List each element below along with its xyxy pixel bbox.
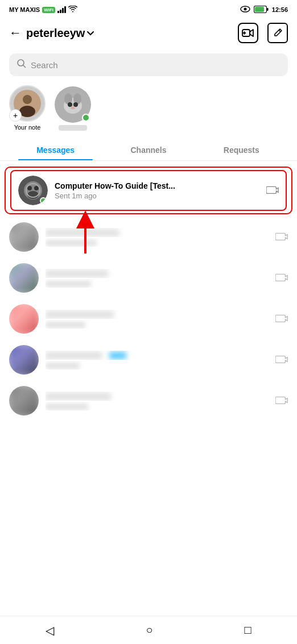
camera-icon-highlighted xyxy=(266,183,279,198)
add-note-badge: + xyxy=(9,109,22,122)
back-button[interactable]: ← xyxy=(9,26,22,40)
nav-recents-button[interactable]: □ xyxy=(240,619,255,641)
convo-info-4 xyxy=(46,310,269,329)
convo-avatar-5 xyxy=(9,345,39,375)
wifi-badge: WiFi xyxy=(42,7,55,13)
svg-point-10 xyxy=(19,106,35,117)
highlighted-convo-box: Computer How-To Guide [Test... Sent 1m a… xyxy=(5,167,292,214)
convo-sub-highlighted: Sent 1m ago xyxy=(55,192,259,200)
convo-item-6[interactable] xyxy=(0,380,297,421)
svg-rect-3 xyxy=(255,7,264,12)
story-2[interactable] xyxy=(55,86,91,131)
story-your-note[interactable]: + Your note xyxy=(9,85,46,131)
chevron-down-icon xyxy=(87,28,94,38)
search-placeholder: Search xyxy=(31,60,58,70)
convo-name-5 xyxy=(46,351,269,360)
svg-point-17 xyxy=(73,102,78,107)
svg-point-1 xyxy=(244,8,246,11)
convo-info-3 xyxy=(46,269,269,288)
camera-icon-4 xyxy=(275,311,288,326)
header: ← peterleeyw xyxy=(0,18,297,50)
convo-avatar-highlighted xyxy=(18,176,48,205)
convo-sub-4 xyxy=(46,320,269,329)
camera-icon-3 xyxy=(275,271,288,285)
convo-name-3 xyxy=(46,269,269,278)
tabs-row: Messages Channels Requests xyxy=(0,140,297,161)
svg-line-7 xyxy=(23,65,26,68)
convo-sub-2 xyxy=(46,238,269,247)
header-left: ← peterleeyw xyxy=(9,26,94,40)
your-note-label: Your note xyxy=(14,124,41,131)
carrier-label: MY MAXIS xyxy=(9,6,40,13)
header-icons xyxy=(238,23,288,43)
wifi-icon xyxy=(68,6,77,14)
convo-info-2 xyxy=(46,228,269,247)
convo-item-4[interactable] xyxy=(0,298,297,339)
convo-name-4 xyxy=(46,310,269,319)
new-video-button[interactable] xyxy=(238,23,258,43)
convo-item-3[interactable] xyxy=(0,257,297,298)
convo-info-6 xyxy=(46,392,269,410)
camera-icon-6 xyxy=(275,393,288,408)
eye-icon xyxy=(240,6,250,14)
online-dot-story2 xyxy=(82,114,90,122)
story-2-label-blurred xyxy=(59,125,87,131)
time-label: 12:56 xyxy=(272,6,288,13)
convo-name-6 xyxy=(46,392,269,401)
convo-avatar-3 xyxy=(9,263,39,293)
status-right: 12:56 xyxy=(240,6,288,14)
svg-point-18 xyxy=(71,107,75,109)
nav-home-button[interactable]: ○ xyxy=(141,619,157,641)
battery-icon xyxy=(254,6,269,14)
convo-sub-5 xyxy=(46,361,269,369)
status-bar: MY MAXIS WiFi xyxy=(0,0,297,18)
edit-button[interactable] xyxy=(267,23,288,43)
svg-point-9 xyxy=(23,95,32,104)
camera-icon-5 xyxy=(275,352,288,367)
search-bar[interactable]: Search xyxy=(9,53,288,76)
convo-online-dot xyxy=(40,197,47,204)
camera-icon-2 xyxy=(275,230,288,244)
search-icon xyxy=(17,59,26,70)
nav-bar: ◁ ○ □ xyxy=(0,616,297,644)
svg-point-16 xyxy=(68,102,72,107)
convo-sub-6 xyxy=(46,402,269,410)
carrier-info: MY MAXIS WiFi xyxy=(9,6,77,14)
search-container: Search xyxy=(0,50,297,83)
conversation-list: Computer How-To Guide [Test... Sent 1m a… xyxy=(0,161,297,421)
your-note-avatar-wrap: + xyxy=(9,85,46,122)
convo-name-highlighted: Computer How-To Guide [Test... xyxy=(55,181,259,190)
story-2-avatar-wrap xyxy=(55,86,91,123)
tab-requests[interactable]: Requests xyxy=(195,140,288,160)
convo-avatar-6 xyxy=(9,386,39,416)
convo-item-2[interactable] xyxy=(0,217,297,257)
svg-rect-4 xyxy=(267,8,269,11)
convo-name-2 xyxy=(46,228,269,237)
convo-sub-3 xyxy=(46,279,269,288)
convo-avatar-2 xyxy=(9,222,39,252)
signal-icon xyxy=(57,6,66,13)
tab-messages[interactable]: Messages xyxy=(9,140,102,160)
convo-info-5 xyxy=(46,351,269,369)
convo-item-highlighted[interactable]: Computer How-To Guide [Test... Sent 1m a… xyxy=(10,170,287,211)
username-label[interactable]: peterleeyw xyxy=(26,27,94,40)
convo-avatar-4 xyxy=(9,304,39,334)
stories-row: + Your note xyxy=(0,83,297,140)
nav-back-button[interactable]: ◁ xyxy=(41,619,59,642)
convo-item-5[interactable] xyxy=(0,339,297,380)
convo-info-highlighted: Computer How-To Guide [Test... Sent 1m a… xyxy=(55,181,259,200)
tab-channels[interactable]: Channels xyxy=(102,140,195,160)
